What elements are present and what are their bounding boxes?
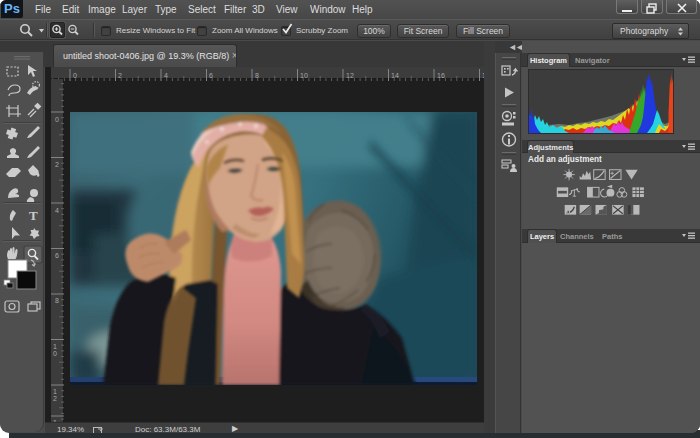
svg-text:8: 8 [55,297,59,304]
svg-text:6: 6 [209,72,213,79]
svg-text:6: 6 [55,252,59,259]
svg-text:16: 16 [437,72,445,79]
svg-text:T: T [29,208,38,223]
svg-text:1: 1 [53,343,57,350]
svg-text:2: 2 [118,72,122,79]
svg-text:4: 4 [164,72,168,79]
svg-text:0: 0 [73,72,77,79]
svg-text:0: 0 [55,116,59,123]
svg-text:2: 2 [55,161,59,168]
svg-text:1: 1 [53,388,57,395]
svg-text:4: 4 [55,207,59,214]
svg-text:8: 8 [255,72,259,79]
svg-text:14: 14 [391,72,399,79]
svg-text:10: 10 [300,72,308,79]
svg-text:0: 0 [53,350,57,357]
svg-text:12: 12 [346,72,354,79]
svg-text:2: 2 [53,395,57,402]
